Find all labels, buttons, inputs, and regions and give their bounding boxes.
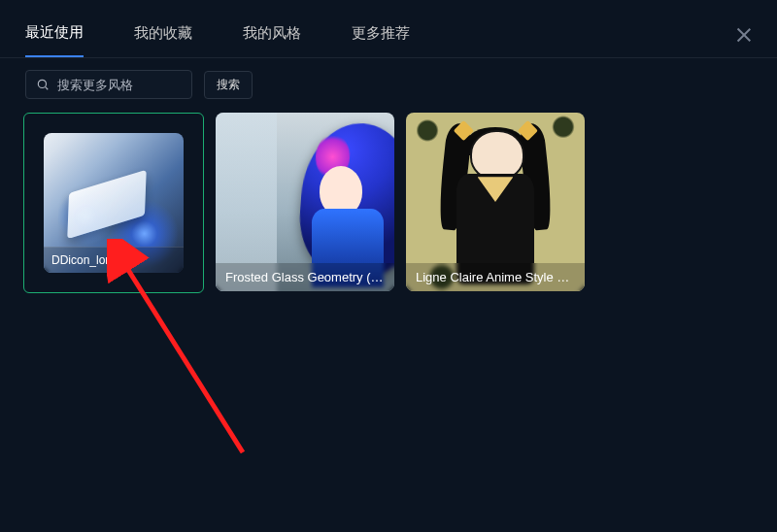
tab-favorites[interactable]: 我的收藏 <box>134 24 192 56</box>
style-card[interactable]: Frosted Glass Geometry (mic... <box>216 113 394 291</box>
style-grid: DDicon_lora Frosted Glass Geometry (mic.… <box>0 99 777 307</box>
search-button[interactable]: 搜索 <box>204 71 253 99</box>
style-card-title: Ligne Claire Anime Style LoRA <box>406 263 585 291</box>
selected-style-slot: DDicon_lora <box>23 113 204 293</box>
tab-more[interactable]: 更多推荐 <box>352 24 410 56</box>
style-card-title: Frosted Glass Geometry (mic... <box>216 263 394 291</box>
search-row: 搜索 <box>0 58 777 99</box>
style-card-title: DDicon_lora <box>44 247 184 273</box>
style-card[interactable]: DDicon_lora <box>44 133 184 273</box>
style-card[interactable]: Ligne Claire Anime Style LoRA <box>406 113 585 291</box>
svg-point-0 <box>38 80 46 87</box>
style-picker-panel: 最近使用 我的收藏 我的风格 更多推荐 搜索 DDicon_lora Frost… <box>0 0 777 532</box>
tab-recent[interactable]: 最近使用 <box>25 23 84 57</box>
svg-line-1 <box>46 87 49 90</box>
search-box[interactable] <box>25 70 192 99</box>
close-icon[interactable] <box>736 27 752 43</box>
tab-my-styles[interactable]: 我的风格 <box>243 24 301 56</box>
search-input[interactable] <box>55 77 182 93</box>
tab-bar: 最近使用 我的收藏 我的风格 更多推荐 <box>0 0 777 57</box>
search-icon <box>36 78 50 91</box>
